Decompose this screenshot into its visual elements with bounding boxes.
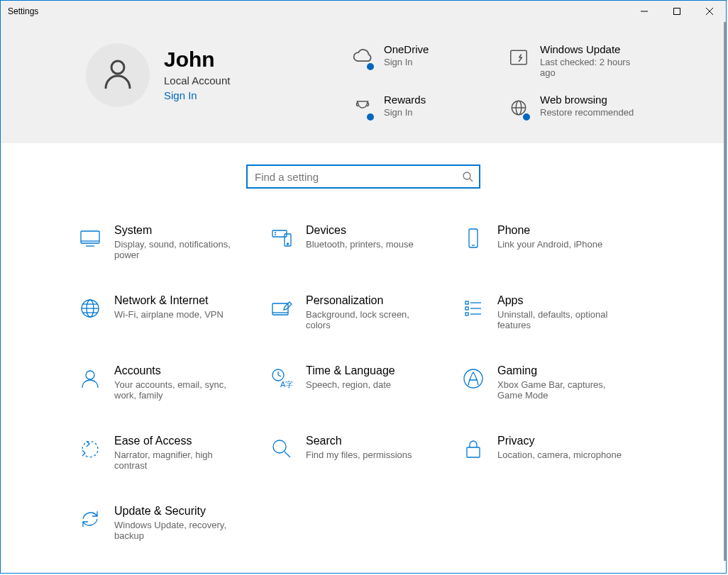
personalization-icon — [268, 294, 296, 323]
svg-point-9 — [463, 172, 470, 179]
account-block[interactable]: John Local Account Sign In — [86, 43, 348, 107]
status-web-browsing[interactable]: Web browsing Restore recommended — [504, 94, 661, 122]
gaming-icon — [459, 364, 487, 393]
status-onedrive[interactable]: OneDrive Sign In — [348, 43, 504, 78]
svg-rect-1 — [674, 9, 680, 15]
svg-point-4 — [111, 61, 124, 74]
category-apps[interactable]: Apps Uninstall, defaults, optional featu… — [459, 294, 651, 330]
person-icon — [76, 364, 104, 393]
category-title: System — [114, 224, 242, 237]
category-ease-of-access[interactable]: Ease of Access Narrator, magnifier, high… — [76, 435, 268, 471]
category-title: Apps — [497, 294, 625, 307]
search-input[interactable] — [253, 170, 462, 184]
category-desc: Display, sound, notifications, power — [114, 239, 242, 260]
category-title: Personalization — [306, 294, 434, 307]
person-icon — [100, 56, 136, 94]
devices-icon — [268, 224, 296, 252]
category-title: Privacy — [497, 435, 622, 447]
system-icon — [76, 224, 104, 252]
status-title: OneDrive — [384, 43, 429, 55]
phone-icon — [459, 224, 487, 252]
category-title: Update & Security — [114, 505, 242, 518]
page-body: System Display, sound, notifications, po… — [1, 143, 726, 573]
lock-icon — [459, 435, 487, 463]
category-desc: Your accounts, email, sync, work, family — [114, 379, 242, 401]
ease-of-access-icon — [76, 435, 104, 463]
globe-icon — [504, 94, 533, 122]
svg-point-40 — [273, 440, 286, 453]
category-desc: Xbox Game Bar, captures, Game Mode — [497, 379, 625, 401]
category-desc: Find my files, permissions — [306, 450, 412, 460]
category-update-security[interactable]: Update & Security Windows Update, recove… — [76, 505, 268, 541]
svg-line-10 — [470, 179, 473, 182]
rewards-icon — [348, 94, 377, 122]
status-sub: Last checked: 2 hours ago — [540, 57, 646, 78]
category-privacy[interactable]: Privacy Location, camera, microphone — [459, 435, 651, 471]
category-grid: System Display, sound, notifications, po… — [76, 224, 651, 541]
status-sub: Sign In — [384, 107, 426, 118]
category-gaming[interactable]: Gaming Xbox Game Bar, captures, Game Mod… — [459, 364, 651, 401]
category-accounts[interactable]: Accounts Your accounts, email, sync, wor… — [76, 364, 268, 401]
account-signin-link[interactable]: Sign In — [164, 89, 230, 101]
window-title: Settings — [8, 6, 38, 16]
category-desc: Uninstall, defaults, optional features — [497, 309, 625, 330]
category-desc: Windows Update, recovery, backup — [114, 520, 242, 541]
minimize-button[interactable] — [628, 1, 661, 22]
status-title: Rewards — [384, 94, 426, 106]
category-desc: Location, camera, microphone — [497, 450, 622, 460]
category-desc: Link your Android, iPhone — [497, 239, 602, 250]
svg-rect-32 — [465, 313, 468, 316]
status-title: Windows Update — [540, 43, 646, 55]
cloud-icon — [348, 43, 377, 72]
category-network[interactable]: Network & Internet Wi-Fi, airplane mode,… — [76, 294, 268, 330]
titlebar: Settings — [1, 1, 726, 22]
category-time-language[interactable]: A字 Time & Language Speech, region, date — [268, 364, 459, 401]
scrollbar[interactable] — [724, 22, 726, 561]
category-phone[interactable]: Phone Link your Android, iPhone — [459, 224, 651, 260]
globe-icon — [76, 294, 104, 323]
category-desc: Bluetooth, printers, mouse — [306, 239, 414, 250]
category-title: Devices — [306, 224, 414, 237]
category-system[interactable]: System Display, sound, notifications, po… — [76, 224, 268, 260]
category-title: Phone — [497, 224, 602, 237]
sync-icon — [76, 505, 104, 533]
category-search[interactable]: Search Find my files, permissions — [268, 435, 459, 471]
svg-point-16 — [287, 243, 289, 245]
account-type: Local Account — [164, 74, 230, 86]
svg-rect-28 — [465, 301, 468, 304]
category-title: Gaming — [497, 364, 625, 377]
account-text: John Local Account Sign In — [164, 49, 230, 101]
search-box[interactable] — [246, 164, 480, 189]
svg-text:A字: A字 — [280, 380, 293, 389]
category-personalization[interactable]: Personalization Background, lock screen,… — [268, 294, 459, 330]
header-area: John Local Account Sign In OneDrive Sign… — [1, 22, 726, 143]
status-badge — [365, 62, 375, 72]
status-windows-update[interactable]: Windows Update Last checked: 2 hours ago — [504, 43, 661, 78]
search-icon — [462, 171, 473, 182]
time-language-icon: A字 — [268, 364, 296, 393]
status-tiles: OneDrive Sign In Windows Update Last che… — [348, 43, 661, 122]
category-title: Ease of Access — [114, 435, 242, 447]
settings-window: Settings John Local Account Sign — [0, 0, 727, 574]
svg-rect-30 — [465, 307, 468, 310]
account-name: John — [164, 49, 230, 70]
status-sub: Restore recommended — [540, 107, 634, 118]
category-title: Time & Language — [306, 364, 395, 377]
svg-rect-19 — [469, 229, 478, 247]
search-icon — [268, 435, 296, 463]
category-devices[interactable]: Devices Bluetooth, printers, mouse — [268, 224, 459, 260]
avatar — [86, 43, 150, 107]
category-title: Search — [306, 435, 412, 447]
status-badge — [522, 112, 531, 122]
status-sub: Sign In — [384, 57, 429, 67]
apps-icon — [459, 294, 487, 323]
svg-rect-42 — [467, 447, 480, 457]
close-button[interactable] — [693, 1, 726, 22]
status-badge — [365, 112, 375, 122]
status-title: Web browsing — [540, 94, 634, 106]
status-rewards[interactable]: Rewards Sign In — [348, 94, 504, 122]
category-title: Accounts — [114, 364, 242, 377]
svg-line-37 — [278, 375, 281, 376]
maximize-button[interactable] — [661, 1, 693, 22]
category-desc: Narrator, magnifier, high contrast — [114, 450, 242, 471]
